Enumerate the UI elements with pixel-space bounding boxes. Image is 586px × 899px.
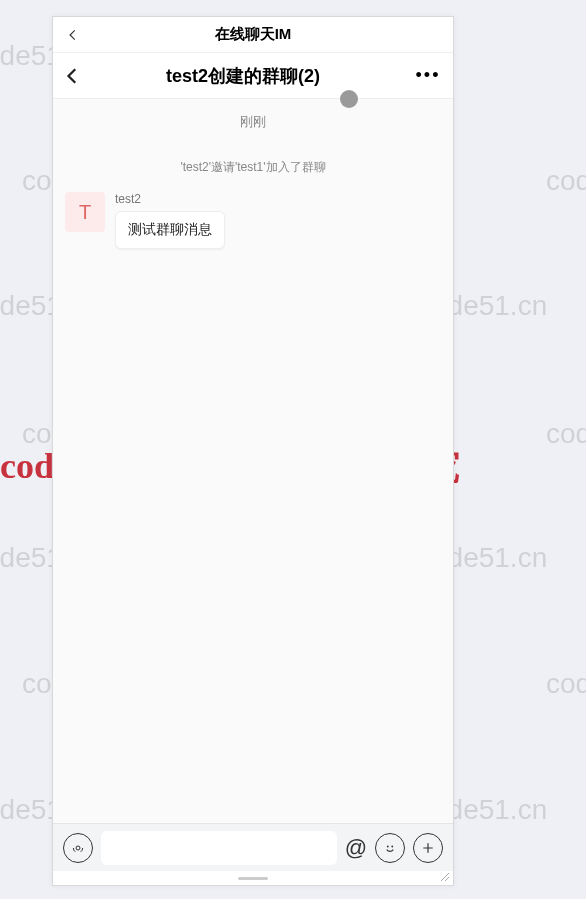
time-label: 刚刚 [53, 113, 453, 131]
outer-header: 在线聊天IM [53, 17, 453, 53]
message-input[interactable] [101, 831, 337, 865]
input-bar: @ [53, 823, 453, 871]
chat-header: test2创建的群聊(2) ••• [53, 53, 453, 99]
handle-bar-icon [238, 877, 268, 880]
avatar[interactable]: T [65, 192, 105, 232]
message-row: T test2 测试群聊消息 [53, 192, 453, 249]
system-message: 'test2'邀请'test1'加入了群聊 [53, 159, 453, 176]
voice-icon [70, 840, 86, 856]
svg-point-0 [76, 846, 80, 850]
chat-more-button[interactable]: ••• [403, 65, 453, 86]
sender-name: test2 [115, 192, 225, 206]
watermark: code51.cn [546, 668, 586, 700]
svg-point-1 [387, 845, 389, 847]
chat-title: test2创建的群聊(2) [83, 64, 403, 88]
message-column: test2 测试群聊消息 [115, 192, 225, 249]
smile-icon [381, 839, 399, 857]
watermark: code51.cn [546, 165, 586, 197]
phone-frame: 在线聊天IM test2创建的群聊(2) ••• 刚刚 'test2'邀请'te… [52, 16, 454, 886]
resize-grip[interactable] [439, 871, 451, 883]
plus-icon [420, 840, 436, 856]
chat-body[interactable]: 刚刚 'test2'邀请'test1'加入了群聊 T test2 测试群聊消息 [53, 99, 453, 823]
chevron-left-icon [64, 67, 82, 85]
mention-button[interactable]: @ [345, 835, 367, 861]
outer-title: 在线聊天IM [53, 25, 453, 44]
drag-handle[interactable] [53, 871, 453, 885]
cursor-indicator [340, 90, 358, 108]
watermark: code51.cn [546, 418, 586, 450]
svg-point-2 [391, 845, 393, 847]
add-button[interactable] [413, 833, 443, 863]
more-icon: ••• [416, 65, 441, 86]
resize-icon [439, 871, 451, 883]
voice-button[interactable] [63, 833, 93, 863]
emoji-button[interactable] [375, 833, 405, 863]
message-bubble[interactable]: 测试群聊消息 [115, 211, 225, 249]
